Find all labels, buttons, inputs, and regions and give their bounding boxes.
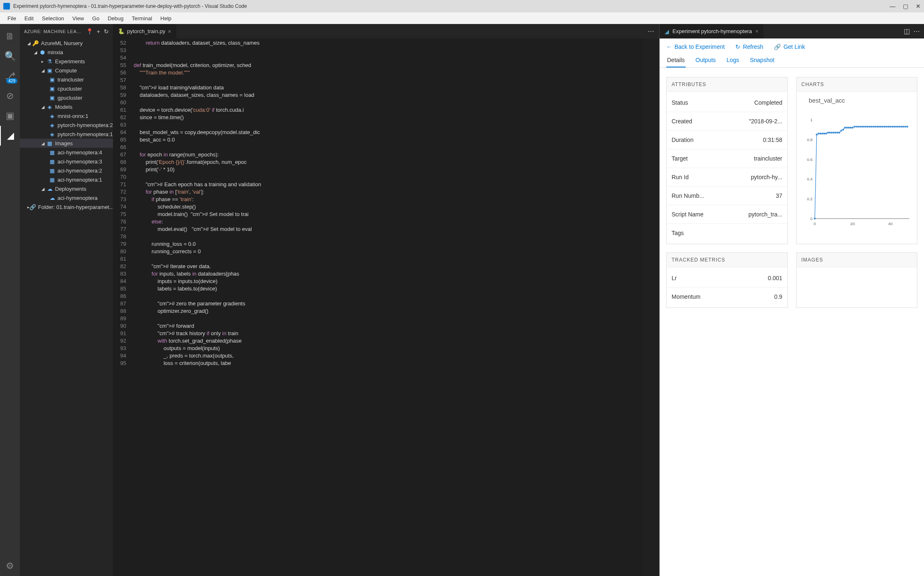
svg-point-33 bbox=[857, 126, 859, 127]
action-label: Back to Experiment bbox=[674, 43, 725, 50]
attr-value: 37 bbox=[776, 192, 782, 199]
close-icon[interactable]: × bbox=[755, 28, 758, 34]
tree-model-item[interactable]: ◈pytorch-hymenoptera:1 bbox=[20, 130, 113, 139]
getlink-button[interactable]: 🔗Get Link bbox=[774, 43, 805, 50]
card-header: TRACKED METRICS bbox=[667, 253, 787, 267]
attr-row: Tags bbox=[667, 224, 787, 242]
svg-point-23 bbox=[838, 132, 840, 133]
tree-compute-item[interactable]: ▣cpucluster bbox=[20, 84, 113, 93]
menu-help[interactable]: Help bbox=[156, 15, 176, 22]
svg-point-38 bbox=[866, 126, 868, 127]
menu-terminal[interactable]: Terminal bbox=[127, 15, 156, 22]
tree-label: aci-hymenoptera bbox=[58, 195, 98, 201]
cards-grid: ATTRIBUTES StatusCompletedCreated"2018-0… bbox=[660, 68, 924, 317]
azure-icon[interactable]: ◢ bbox=[0, 126, 20, 146]
search-icon[interactable]: 🔍 bbox=[0, 46, 20, 66]
attr-value: pytorch-hy... bbox=[751, 174, 782, 180]
tree-folder[interactable]: ▸🔗Folder: 01.train-hyperparamet... bbox=[20, 202, 113, 211]
metric-row: Lr0.001 bbox=[667, 269, 787, 288]
tab-details[interactable]: Details bbox=[666, 53, 686, 67]
maximize-button[interactable]: ▢ bbox=[903, 3, 908, 10]
svg-point-11 bbox=[816, 134, 817, 135]
attr-value: "2018-09-2... bbox=[749, 118, 782, 125]
panel-tab[interactable]: ◢ Experiment pytorch-hymenoptera × bbox=[660, 24, 763, 38]
tab-logs[interactable]: Logs bbox=[726, 53, 740, 67]
panel-more-icon[interactable]: ⋯ bbox=[913, 27, 920, 35]
tree-label: aci-hymenoptera:3 bbox=[58, 158, 102, 165]
tab-outputs[interactable]: Outputs bbox=[695, 53, 717, 67]
refresh-icon[interactable]: ↻ bbox=[104, 28, 109, 35]
tree-compute-item[interactable]: ▣gpucluster bbox=[20, 93, 113, 102]
tree-experiments[interactable]: ▸⚗Experiments bbox=[20, 57, 113, 66]
svg-point-19 bbox=[830, 132, 832, 133]
tree-image-item[interactable]: ▦aci-hymenoptera:1 bbox=[20, 175, 113, 184]
line-gutter: 5253545556575859606162636465666768697071… bbox=[113, 38, 134, 576]
svg-point-42 bbox=[874, 126, 876, 127]
svg-point-25 bbox=[842, 129, 844, 130]
code-content[interactable]: return dataloaders, dataset_sizes, class… bbox=[134, 38, 643, 576]
panel-body: ←Back to Experiment ↻Refresh 🔗Get Link D… bbox=[660, 38, 924, 576]
tree-deployments[interactable]: ◢☁Deployments bbox=[20, 184, 113, 193]
tree-image-item[interactable]: ▦aci-hymenoptera:4 bbox=[20, 148, 113, 157]
tree-models[interactable]: ◢◈Models bbox=[20, 102, 113, 111]
svg-point-14 bbox=[821, 133, 823, 134]
tree-deployment-item[interactable]: ☁aci-hymenoptera bbox=[20, 193, 113, 202]
settings-icon[interactable]: ⚙ bbox=[0, 556, 20, 576]
explorer-icon[interactable]: 🗎 bbox=[0, 26, 20, 46]
metric-key: Lr bbox=[672, 275, 677, 281]
svg-point-51 bbox=[891, 126, 893, 127]
tree-model-item[interactable]: ◈mnist-onnx:1 bbox=[20, 111, 113, 120]
tree-compute-item[interactable]: ▣traincluster bbox=[20, 75, 113, 84]
svg-text:20: 20 bbox=[850, 221, 854, 226]
editor-tab[interactable]: 🐍 pytorch_train.py × bbox=[113, 24, 176, 38]
refresh-button[interactable]: ↻Refresh bbox=[735, 43, 763, 50]
tree-workspace[interactable]: ◢⬢minxia bbox=[20, 48, 113, 57]
tree-label: aci-hymenoptera:1 bbox=[58, 177, 102, 183]
svg-point-44 bbox=[878, 126, 880, 127]
attr-row: Duration0:31:58 bbox=[667, 131, 787, 149]
azureml-icon: ◢ bbox=[665, 28, 669, 35]
minimize-button[interactable]: — bbox=[890, 3, 895, 10]
menu-edit[interactable]: Edit bbox=[20, 15, 38, 22]
menu-selection[interactable]: Selection bbox=[38, 15, 68, 22]
attr-row: Run Numb...37 bbox=[667, 187, 787, 205]
editor-more-icon[interactable]: ⋯ bbox=[643, 27, 659, 35]
attr-key: Status bbox=[672, 99, 688, 106]
extensions-icon[interactable]: ▣ bbox=[0, 106, 20, 126]
svg-point-59 bbox=[906, 126, 908, 127]
tree-image-item[interactable]: ▦aci-hymenoptera:3 bbox=[20, 157, 113, 166]
experiment-panel: ◢ Experiment pytorch-hymenoptera × ◫ ⋯ ←… bbox=[659, 24, 924, 576]
tree-label: mnist-onnx:1 bbox=[58, 113, 88, 119]
add-icon[interactable]: + bbox=[97, 28, 101, 35]
code-area[interactable]: 5253545556575859606162636465666768697071… bbox=[113, 38, 659, 576]
svg-point-47 bbox=[883, 126, 885, 127]
svg-point-41 bbox=[872, 126, 874, 127]
svg-point-45 bbox=[880, 126, 881, 127]
close-button[interactable]: ✕ bbox=[916, 3, 921, 10]
svg-point-17 bbox=[827, 132, 828, 133]
sidebar-header: AZURE: MACHINE LEA... 📍 + ↻ bbox=[20, 24, 113, 38]
menu-file[interactable]: File bbox=[3, 15, 20, 22]
tree-subscription[interactable]: ◢🔑AzureML Nursery bbox=[20, 38, 113, 48]
pin-icon[interactable]: 📍 bbox=[86, 28, 94, 35]
scm-icon[interactable]: ⎇429 bbox=[0, 66, 20, 86]
tab-snapshot[interactable]: Snapshot bbox=[749, 53, 775, 67]
menu-go[interactable]: Go bbox=[88, 15, 103, 22]
back-button[interactable]: ←Back to Experiment bbox=[666, 43, 725, 50]
action-label: Refresh bbox=[743, 43, 763, 50]
tree-image-item[interactable]: ▦aci-hymenoptera:2 bbox=[20, 166, 113, 175]
close-icon[interactable]: × bbox=[168, 28, 171, 35]
svg-point-52 bbox=[893, 126, 895, 127]
minimap[interactable] bbox=[643, 38, 659, 576]
menu-view[interactable]: View bbox=[68, 15, 88, 22]
debug-icon[interactable]: ⊘ bbox=[0, 86, 20, 106]
tree-label: aci-hymenoptera:4 bbox=[58, 149, 102, 156]
menu-debug[interactable]: Debug bbox=[103, 15, 127, 22]
tree-model-item[interactable]: ◈pytorch-hymenoptera:2 bbox=[20, 120, 113, 130]
split-editor-icon[interactable]: ◫ bbox=[904, 27, 910, 35]
svg-point-21 bbox=[835, 132, 836, 133]
tree-compute[interactable]: ◢▣Compute bbox=[20, 66, 113, 75]
svg-point-39 bbox=[869, 126, 870, 127]
tree-images[interactable]: ◢▦Images bbox=[20, 139, 113, 148]
attr-key: Script Name bbox=[672, 211, 703, 218]
